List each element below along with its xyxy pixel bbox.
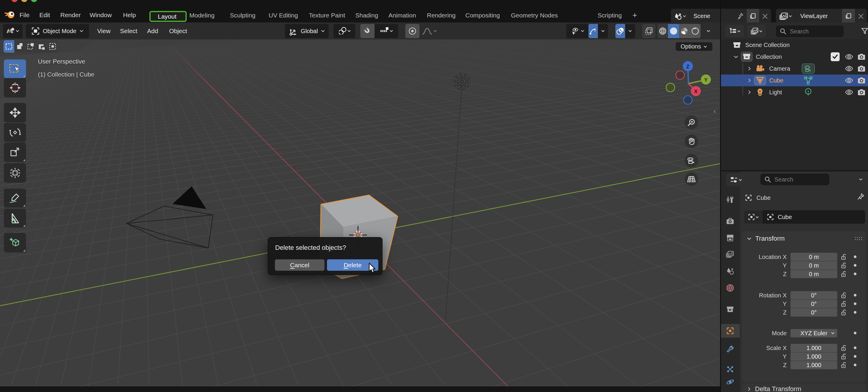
- svg-text:X: X: [694, 89, 698, 94]
- svg-text:Z: Z: [686, 64, 689, 69]
- svg-text:Y: Y: [704, 77, 708, 83]
